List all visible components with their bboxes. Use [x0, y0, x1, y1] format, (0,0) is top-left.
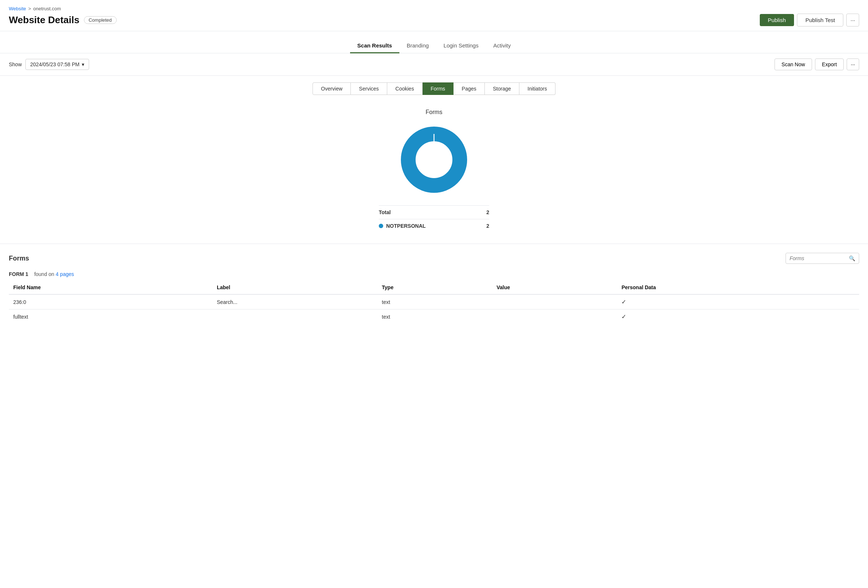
cell-personal-data: ✓: [617, 294, 859, 309]
legend-item-notpersonal: NOTPERSONAL 2: [379, 219, 489, 233]
legend-dot-notpersonal: [379, 224, 383, 228]
cell-field-name: 236:0: [9, 294, 213, 309]
table-row: 236:0 Search... text ✓: [9, 294, 859, 309]
chart-title: Forms: [425, 109, 442, 115]
date-value: 2024/05/23 07:58 PM: [30, 62, 80, 67]
cell-personal-data: ✓: [617, 309, 859, 324]
total-value: 2: [486, 209, 489, 215]
sub-tab-storage[interactable]: Storage: [485, 83, 520, 95]
more-icon: ···: [850, 17, 855, 23]
cell-value: [492, 294, 617, 309]
sub-tab-forms[interactable]: Forms: [422, 83, 454, 95]
page-title: Website Details: [9, 14, 80, 26]
tab-login-settings[interactable]: Login Settings: [436, 38, 486, 53]
main-tabs: Scan Results Branding Login Settings Act…: [0, 31, 868, 53]
col-field-name: Field Name: [9, 281, 213, 294]
pages-link[interactable]: 4 pages: [56, 271, 74, 277]
chart-legend: Total 2 NOTPERSONAL 2: [379, 205, 489, 233]
date-selector[interactable]: 2024/05/23 07:58 PM ▾: [25, 59, 89, 70]
col-type: Type: [377, 281, 492, 294]
total-label: Total: [379, 209, 391, 215]
toolbar: Show 2024/05/23 07:58 PM ▾ Scan Now Expo…: [0, 53, 868, 76]
forms-search-input[interactable]: [790, 255, 846, 261]
sub-tab-pages[interactable]: Pages: [453, 83, 485, 95]
table-row: fulltext text ✓: [9, 309, 859, 324]
cell-field-name: fulltext: [9, 309, 213, 324]
forms-search-box[interactable]: 🔍: [785, 253, 859, 264]
chart-area: Forms Total 2 NOTPERSONAL 2: [0, 102, 868, 244]
chevron-down-icon: ▾: [82, 62, 84, 67]
form-id: FORM 1: [9, 271, 28, 277]
more-icon: ···: [851, 62, 855, 67]
cell-label: [213, 309, 377, 324]
more-options-button[interactable]: ···: [846, 13, 859, 27]
checkmark-icon: ✓: [621, 299, 626, 305]
scan-now-button[interactable]: Scan Now: [775, 59, 812, 70]
form-group-header: FORM 1 found on 4 pages: [9, 271, 859, 277]
tab-activity[interactable]: Activity: [486, 38, 518, 53]
breadcrumb-separator: >: [28, 6, 31, 12]
col-value: Value: [492, 281, 617, 294]
cell-label: Search...: [213, 294, 377, 309]
tab-branding[interactable]: Branding: [399, 38, 436, 53]
forms-table: Field Name Label Type Value Personal Dat…: [9, 281, 859, 324]
publish-test-button[interactable]: Publish Test: [797, 13, 844, 27]
sub-tab-services[interactable]: Services: [351, 83, 387, 95]
form-group-1: FORM 1 found on 4 pages Field Name Label…: [9, 271, 859, 324]
legend-value-notpersonal: 2: [486, 223, 489, 229]
col-label: Label: [213, 281, 377, 294]
breadcrumb: Website > onetrust.com: [9, 6, 859, 12]
page-header: Website > onetrust.com Website Details C…: [0, 0, 868, 31]
sub-tab-initiators[interactable]: Initiators: [520, 83, 555, 95]
export-button[interactable]: Export: [815, 59, 844, 70]
form-found: found on 4 pages: [34, 271, 74, 277]
breadcrumb-parent[interactable]: Website: [9, 6, 26, 12]
forms-section: Forms 🔍 FORM 1 found on 4 pages Field Na…: [0, 244, 868, 340]
legend-total: Total 2: [379, 205, 489, 219]
tab-scan-results[interactable]: Scan Results: [350, 38, 399, 53]
publish-button[interactable]: Publish: [760, 14, 794, 26]
cell-type: text: [377, 294, 492, 309]
legend-label-notpersonal: NOTPERSONAL: [386, 223, 425, 229]
checkmark-icon: ✓: [621, 314, 626, 320]
forms-header: Forms 🔍: [9, 253, 859, 264]
sub-tab-cookies[interactable]: Cookies: [387, 83, 422, 95]
sub-tab-overview[interactable]: Overview: [313, 83, 351, 95]
status-badge: Completed: [84, 16, 117, 24]
cell-value: [492, 309, 617, 324]
col-personal-data: Personal Data: [617, 281, 859, 294]
forms-section-title: Forms: [9, 255, 29, 262]
breadcrumb-current: onetrust.com: [33, 6, 61, 12]
donut-chart: [397, 123, 471, 196]
show-label: Show: [9, 62, 22, 67]
sub-tabs: Overview Services Cookies Forms Pages St…: [0, 76, 868, 102]
search-icon: 🔍: [849, 255, 855, 261]
toolbar-more-button[interactable]: ···: [847, 59, 859, 70]
cell-type: text: [377, 309, 492, 324]
